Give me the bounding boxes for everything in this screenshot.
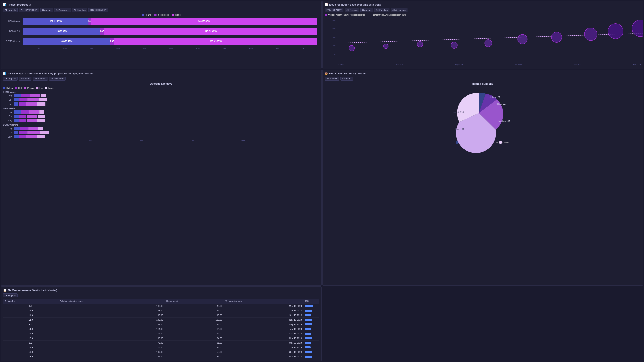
- age-segment: [14, 131, 18, 134]
- age-segment: [29, 110, 39, 114]
- age-segment: [20, 127, 28, 130]
- age-bar-row: Story: [3, 102, 320, 106]
- age-segment: [26, 115, 38, 118]
- all-projects-res-btn[interactable]: All Projects: [344, 8, 359, 12]
- age-segment: [14, 98, 19, 101]
- avg-age-title: 📊 Average age of unresolved issues by pr…: [3, 72, 320, 75]
- avg-standard-btn[interactable]: Standard: [19, 77, 32, 81]
- table-row: 12.087.0081.00Nov 16 2023: [3, 355, 320, 359]
- gantt-all-projects-btn[interactable]: All Projects: [3, 293, 18, 297]
- age-bar-row: Story: [3, 135, 320, 138]
- fix-versions-btn[interactable]: All Fix Versions ▾: [19, 8, 39, 12]
- progress-bar-chart: DEMO Alpha101 (22.25%)4 (0.88%)349 (76.8…: [3, 17, 320, 50]
- todo-seg: 140 (29.47%): [23, 38, 110, 45]
- table-row: 11.0112.00129.00Sep 16 2023: [3, 332, 320, 336]
- age-segment: [30, 94, 40, 97]
- svg-point-15: [632, 20, 643, 37]
- lowest-label: Lowest: 118: [452, 111, 464, 113]
- svg-point-8: [417, 41, 423, 47]
- age-type-label: Story: [3, 136, 14, 138]
- age-segment: [19, 135, 26, 138]
- age-segment: [14, 102, 18, 106]
- age-type-label: Bug: [3, 95, 14, 97]
- avg-icon: 📊: [3, 72, 6, 75]
- table-row: 11.0137.00155.00Sep 16 2023: [3, 350, 320, 355]
- medium-label: Medium: 87: [498, 120, 510, 122]
- all-priorities-btn[interactable]: All Priorities: [72, 8, 87, 12]
- progress-seg: 7 (1.47%): [110, 38, 114, 45]
- previous-year-btn[interactable]: Previous year ▾: [324, 8, 344, 12]
- col-hours-spent: Hours spent: [165, 299, 224, 304]
- age-type-label: Epic: [3, 132, 14, 134]
- unresolved-priority-panel: 🍩 Unresolved issues by priority All Proj…: [322, 70, 643, 286]
- medium-dot: [24, 87, 26, 89]
- issue-resolution-panel: 📈 Issue resolution days over time with t…: [322, 1, 643, 69]
- avg-all-projects-btn[interactable]: All Projects: [3, 77, 18, 81]
- all-assignees-res-btn[interactable]: All Assignees: [391, 8, 407, 12]
- gantt-bar: [305, 314, 311, 316]
- bar-track: 140 (29.47%)7 (1.47%)328 (69.05%): [23, 38, 318, 45]
- gantt-bar: [305, 347, 310, 349]
- bar-track: 101 (22.25%)4 (0.88%)349 (76.87%): [23, 17, 318, 25]
- group-label: DEMO Gamma: [3, 124, 320, 126]
- table-row: 12.0135.00120.00Nov 16 2023: [3, 318, 320, 322]
- age-bar-track: [14, 98, 47, 101]
- age-segment: [14, 110, 20, 114]
- todo-seg: 101 (22.25%): [23, 17, 88, 25]
- resolution-chart-area: 200 150 100 50 0: [330, 17, 641, 61]
- standard-btn[interactable]: Standard: [40, 8, 53, 12]
- trend-icon: 📈: [324, 3, 328, 6]
- age-bar-track: [14, 119, 45, 122]
- age-segment: [19, 115, 26, 118]
- age-segment: [28, 98, 39, 101]
- all-priorities-res-btn[interactable]: All Priorities: [374, 8, 390, 12]
- age-type-label: Epic: [3, 115, 14, 117]
- standard-res-btn[interactable]: Standard: [360, 8, 373, 12]
- avg-age-chart-title: Average age days: [3, 82, 320, 85]
- col-est-hours: Original estimated hours: [58, 299, 165, 304]
- svg-point-13: [584, 28, 597, 41]
- progress-seg: 4 (0.88%): [88, 17, 91, 25]
- gantt-bar: [305, 337, 312, 339]
- age-segment: [28, 131, 40, 134]
- age-legend: Highest High Medium Low Lowest: [3, 87, 320, 89]
- resolution-chart-svg: [336, 17, 643, 57]
- chart-icon: 📊: [3, 3, 6, 6]
- gantt-panel: 📋 Fix Version release Gantt chart (short…: [1, 286, 322, 361]
- col-2023: 2023: [304, 299, 320, 304]
- age-segment: [37, 119, 45, 122]
- avg-all-priorities-btn[interactable]: All Priorities: [32, 77, 48, 81]
- issues-created-btn[interactable]: Issues created ▾: [88, 8, 108, 12]
- age-segment: [40, 131, 48, 134]
- svg-point-14: [608, 23, 623, 39]
- gantt-bar: [305, 328, 311, 330]
- age-segment: [26, 102, 36, 106]
- issue-resolution-toolbar: Previous year ▾ All Projects Standard Al…: [324, 8, 641, 12]
- progress-seg: 7 (1.47%): [100, 27, 104, 35]
- avg-circle: [324, 13, 327, 16]
- unresolved-all-projects-btn[interactable]: All Projects: [324, 77, 339, 81]
- table-row: 9.082.0096.00May 16 2023: [3, 322, 320, 327]
- unresolved-standard-btn[interactable]: Standard: [340, 77, 353, 81]
- done-seg: 349 (76.87%): [91, 17, 318, 25]
- inprogress-legend: In Progress: [154, 13, 169, 16]
- table-row: 10.0114.00134.00Jul 16 2023: [3, 327, 320, 332]
- age-segment: [26, 119, 36, 122]
- age-type-label: Story: [3, 119, 14, 122]
- age-segment: [39, 98, 47, 101]
- all-projects-btn[interactable]: All Projects: [3, 8, 18, 12]
- project-progress-toolbar: All Projects All Fix Versions ▾ Standard…: [3, 8, 320, 12]
- pie-chart-wrapper: Highest: 22 High: 44 Medium: 87 Low: 112…: [451, 87, 515, 140]
- svg-point-10: [485, 40, 492, 47]
- avg-all-assignees-btn[interactable]: All Assignees: [49, 77, 66, 81]
- age-segment: [21, 110, 29, 114]
- pie-container: Issues due: 383: [324, 82, 641, 144]
- gantt-bar: [305, 333, 312, 335]
- table-row: 12.0108.0094.00Nov 16 2023: [3, 336, 320, 341]
- done-color: [172, 13, 174, 16]
- svg-point-9: [451, 42, 457, 48]
- all-assignees-btn[interactable]: All Assignees: [54, 8, 71, 12]
- gantt-bar: [305, 319, 312, 321]
- age-segment: [37, 102, 46, 106]
- age-bar-row: Bug: [3, 110, 320, 114]
